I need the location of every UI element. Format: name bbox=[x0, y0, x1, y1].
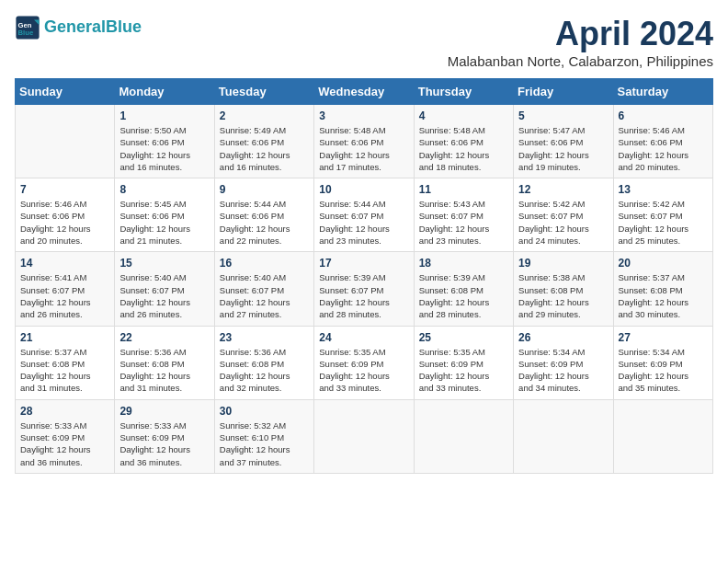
weekday-header-thursday: Thursday bbox=[414, 79, 513, 105]
svg-text:Gen: Gen bbox=[18, 21, 32, 29]
month-title: April 2024 bbox=[448, 15, 713, 53]
calendar-cell: 3Sunrise: 5:48 AMSunset: 6:06 PMDaylight… bbox=[314, 105, 414, 178]
calendar-cell: 11Sunrise: 5:43 AMSunset: 6:07 PMDayligh… bbox=[414, 178, 513, 252]
day-info: Sunrise: 5:47 AMSunset: 6:06 PMDaylight:… bbox=[518, 124, 608, 173]
day-info: Sunrise: 5:35 AMSunset: 6:09 PMDaylight:… bbox=[419, 346, 508, 395]
calendar-cell: 29Sunrise: 5:33 AMSunset: 6:09 PMDayligh… bbox=[115, 399, 214, 473]
calendar-cell: 15Sunrise: 5:40 AMSunset: 6:07 PMDayligh… bbox=[115, 252, 214, 326]
day-number: 6 bbox=[619, 109, 708, 122]
day-info: Sunrise: 5:38 AMSunset: 6:08 PMDaylight:… bbox=[518, 271, 608, 320]
week-row-3: 14Sunrise: 5:41 AMSunset: 6:07 PMDayligh… bbox=[16, 252, 713, 326]
calendar-cell: 23Sunrise: 5:36 AMSunset: 6:08 PMDayligh… bbox=[214, 326, 313, 399]
day-info: Sunrise: 5:44 AMSunset: 6:07 PMDaylight:… bbox=[319, 198, 408, 247]
title-area: April 2024 Malabanban Norte, Calabarzon,… bbox=[448, 15, 713, 69]
calendar-cell: 18Sunrise: 5:39 AMSunset: 6:08 PMDayligh… bbox=[414, 252, 513, 326]
day-number: 17 bbox=[319, 257, 408, 270]
weekday-header-friday: Friday bbox=[514, 79, 613, 105]
calendar-table: SundayMondayTuesdayWednesdayThursdayFrid… bbox=[15, 78, 713, 474]
day-info: Sunrise: 5:34 AMSunset: 6:09 PMDaylight:… bbox=[619, 346, 708, 395]
calendar-cell: 4Sunrise: 5:48 AMSunset: 6:06 PMDaylight… bbox=[414, 105, 513, 178]
day-info: Sunrise: 5:48 AMSunset: 6:06 PMDaylight:… bbox=[419, 124, 508, 173]
week-row-2: 7Sunrise: 5:46 AMSunset: 6:06 PMDaylight… bbox=[16, 178, 713, 252]
day-info: Sunrise: 5:49 AMSunset: 6:06 PMDaylight:… bbox=[220, 124, 309, 173]
day-info: Sunrise: 5:46 AMSunset: 6:06 PMDaylight:… bbox=[20, 198, 109, 247]
day-info: Sunrise: 5:37 AMSunset: 6:08 PMDaylight:… bbox=[619, 271, 708, 320]
day-info: Sunrise: 5:50 AMSunset: 6:06 PMDaylight:… bbox=[119, 124, 209, 173]
calendar-cell: 2Sunrise: 5:49 AMSunset: 6:06 PMDaylight… bbox=[214, 105, 313, 178]
calendar-cell: 1Sunrise: 5:50 AMSunset: 6:06 PMDaylight… bbox=[115, 105, 214, 178]
calendar-cell: 13Sunrise: 5:42 AMSunset: 6:07 PMDayligh… bbox=[613, 178, 712, 252]
day-info: Sunrise: 5:46 AMSunset: 6:06 PMDaylight:… bbox=[619, 124, 708, 173]
day-number: 24 bbox=[319, 331, 408, 344]
logo: Gen Blue GeneralBlue bbox=[15, 15, 142, 40]
calendar-cell: 7Sunrise: 5:46 AMSunset: 6:06 PMDaylight… bbox=[16, 178, 115, 252]
day-number: 15 bbox=[119, 257, 209, 270]
calendar-cell: 8Sunrise: 5:45 AMSunset: 6:06 PMDaylight… bbox=[115, 178, 214, 252]
calendar-cell: 5Sunrise: 5:47 AMSunset: 6:06 PMDaylight… bbox=[514, 105, 613, 178]
calendar-cell bbox=[613, 399, 712, 473]
day-info: Sunrise: 5:40 AMSunset: 6:07 PMDaylight:… bbox=[119, 271, 209, 320]
day-number: 2 bbox=[220, 109, 309, 122]
day-info: Sunrise: 5:45 AMSunset: 6:06 PMDaylight:… bbox=[119, 198, 209, 247]
day-info: Sunrise: 5:41 AMSunset: 6:07 PMDaylight:… bbox=[20, 271, 109, 320]
day-number: 4 bbox=[419, 109, 508, 122]
day-info: Sunrise: 5:43 AMSunset: 6:07 PMDaylight:… bbox=[419, 198, 508, 247]
day-info: Sunrise: 5:33 AMSunset: 6:09 PMDaylight:… bbox=[20, 419, 109, 468]
day-number: 21 bbox=[20, 331, 109, 344]
calendar-cell: 20Sunrise: 5:37 AMSunset: 6:08 PMDayligh… bbox=[613, 252, 712, 326]
svg-text:Blue: Blue bbox=[18, 29, 34, 37]
day-info: Sunrise: 5:33 AMSunset: 6:09 PMDaylight:… bbox=[119, 419, 209, 468]
day-info: Sunrise: 5:32 AMSunset: 6:10 PMDaylight:… bbox=[220, 419, 309, 468]
day-number: 8 bbox=[119, 183, 209, 196]
calendar-cell: 12Sunrise: 5:42 AMSunset: 6:07 PMDayligh… bbox=[514, 178, 613, 252]
day-number: 1 bbox=[119, 109, 209, 122]
day-number: 18 bbox=[419, 257, 508, 270]
day-number: 28 bbox=[20, 405, 109, 418]
weekday-header-tuesday: Tuesday bbox=[214, 79, 313, 105]
calendar-cell: 19Sunrise: 5:38 AMSunset: 6:08 PMDayligh… bbox=[514, 252, 613, 326]
weekday-header-monday: Monday bbox=[115, 79, 214, 105]
day-number: 20 bbox=[619, 257, 708, 270]
day-number: 7 bbox=[20, 183, 109, 196]
week-row-4: 21Sunrise: 5:37 AMSunset: 6:08 PMDayligh… bbox=[16, 326, 713, 399]
day-number: 30 bbox=[220, 405, 309, 418]
calendar-cell: 17Sunrise: 5:39 AMSunset: 6:07 PMDayligh… bbox=[314, 252, 414, 326]
weekday-header-row: SundayMondayTuesdayWednesdayThursdayFrid… bbox=[16, 79, 713, 105]
calendar-cell: 30Sunrise: 5:32 AMSunset: 6:10 PMDayligh… bbox=[214, 399, 313, 473]
day-info: Sunrise: 5:48 AMSunset: 6:06 PMDaylight:… bbox=[319, 124, 408, 173]
calendar-cell: 6Sunrise: 5:46 AMSunset: 6:06 PMDaylight… bbox=[613, 105, 712, 178]
week-row-1: 1Sunrise: 5:50 AMSunset: 6:06 PMDaylight… bbox=[16, 105, 713, 178]
day-info: Sunrise: 5:42 AMSunset: 6:07 PMDaylight:… bbox=[619, 198, 708, 247]
calendar-cell: 16Sunrise: 5:40 AMSunset: 6:07 PMDayligh… bbox=[214, 252, 313, 326]
day-info: Sunrise: 5:44 AMSunset: 6:06 PMDaylight:… bbox=[220, 198, 309, 247]
calendar-cell: 22Sunrise: 5:36 AMSunset: 6:08 PMDayligh… bbox=[115, 326, 214, 399]
day-info: Sunrise: 5:35 AMSunset: 6:09 PMDaylight:… bbox=[319, 346, 408, 395]
day-number: 10 bbox=[319, 183, 408, 196]
day-number: 29 bbox=[119, 405, 209, 418]
weekday-header-sunday: Sunday bbox=[16, 79, 115, 105]
calendar-cell: 26Sunrise: 5:34 AMSunset: 6:09 PMDayligh… bbox=[514, 326, 613, 399]
day-number: 3 bbox=[319, 109, 408, 122]
day-number: 14 bbox=[20, 257, 109, 270]
day-number: 11 bbox=[419, 183, 508, 196]
logo-text: GeneralBlue bbox=[44, 17, 142, 38]
day-number: 9 bbox=[220, 183, 309, 196]
day-number: 23 bbox=[220, 331, 309, 344]
day-number: 13 bbox=[619, 183, 708, 196]
day-number: 22 bbox=[119, 331, 209, 344]
week-row-5: 28Sunrise: 5:33 AMSunset: 6:09 PMDayligh… bbox=[16, 399, 713, 473]
calendar-cell: 10Sunrise: 5:44 AMSunset: 6:07 PMDayligh… bbox=[314, 178, 414, 252]
calendar-cell bbox=[314, 399, 414, 473]
day-info: Sunrise: 5:36 AMSunset: 6:08 PMDaylight:… bbox=[220, 346, 309, 395]
calendar-cell: 24Sunrise: 5:35 AMSunset: 6:09 PMDayligh… bbox=[314, 326, 414, 399]
day-number: 19 bbox=[518, 257, 608, 270]
calendar-cell: 21Sunrise: 5:37 AMSunset: 6:08 PMDayligh… bbox=[16, 326, 115, 399]
weekday-header-wednesday: Wednesday bbox=[314, 79, 414, 105]
weekday-header-saturday: Saturday bbox=[613, 79, 712, 105]
day-number: 27 bbox=[619, 331, 708, 344]
calendar-cell: 25Sunrise: 5:35 AMSunset: 6:09 PMDayligh… bbox=[414, 326, 513, 399]
day-number: 5 bbox=[518, 109, 608, 122]
day-number: 12 bbox=[518, 183, 608, 196]
calendar-cell: 27Sunrise: 5:34 AMSunset: 6:09 PMDayligh… bbox=[613, 326, 712, 399]
page-header: Gen Blue GeneralBlue April 2024 Malabanb… bbox=[15, 15, 713, 69]
